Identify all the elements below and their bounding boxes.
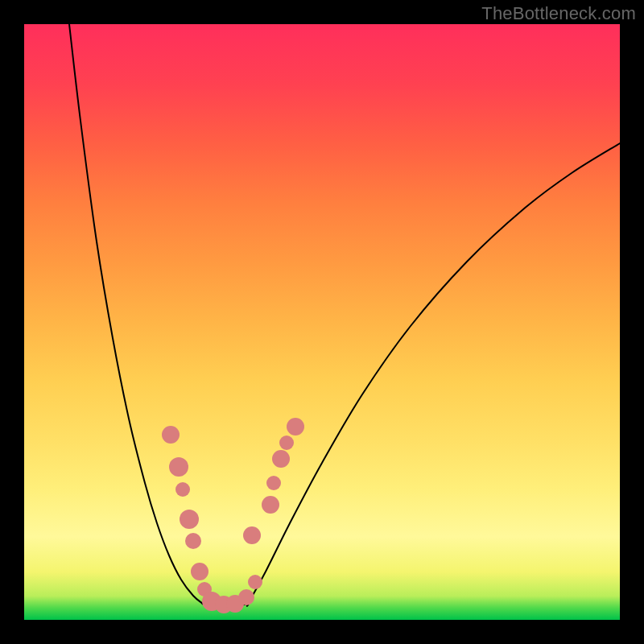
marker-dot [180, 510, 199, 529]
marker-dot [287, 418, 304, 436]
plot-area [24, 24, 620, 620]
chart-svg [24, 24, 620, 620]
marker-dot [191, 563, 208, 580]
marker-dot [266, 476, 281, 490]
marker-dot [238, 589, 254, 605]
chart-container: TheBottleneck.com [0, 0, 644, 644]
marker-dot [248, 575, 262, 589]
marker-dot [243, 526, 261, 544]
marker-dot [162, 426, 180, 444]
marker-dot [272, 450, 290, 468]
curve-path [69, 24, 620, 607]
watermark-text: TheBottleneck.com [481, 3, 636, 24]
marker-dot [175, 482, 190, 497]
marker-dot [169, 457, 188, 477]
marker-dot [262, 496, 279, 514]
marker-dot [185, 533, 201, 549]
bottleneck-curve [69, 24, 620, 607]
marker-dot [279, 436, 294, 450]
